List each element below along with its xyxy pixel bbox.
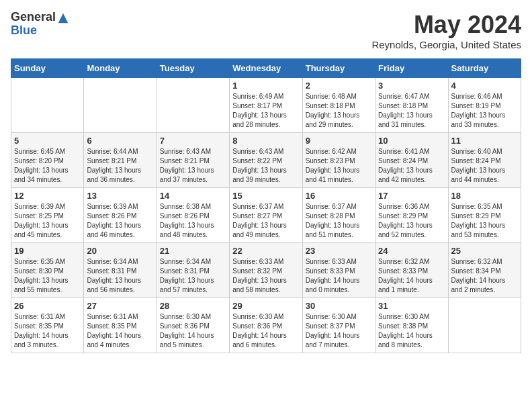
day-cell: 17Sunrise: 6:36 AM Sunset: 8:29 PM Dayli… bbox=[375, 188, 448, 243]
day-number: 21 bbox=[160, 246, 226, 256]
header-day-thursday: Thursday bbox=[302, 59, 375, 78]
day-info: Sunrise: 6:30 AM Sunset: 8:36 PM Dayligh… bbox=[232, 312, 299, 350]
day-cell: 7Sunrise: 6:43 AM Sunset: 8:21 PM Daylig… bbox=[157, 133, 229, 188]
day-info: Sunrise: 6:38 AM Sunset: 8:26 PM Dayligh… bbox=[160, 202, 226, 240]
day-info: Sunrise: 6:40 AM Sunset: 8:24 PM Dayligh… bbox=[451, 147, 518, 185]
day-cell: 30Sunrise: 6:30 AM Sunset: 8:37 PM Dayli… bbox=[302, 298, 375, 353]
day-cell: 15Sunrise: 6:37 AM Sunset: 8:27 PM Dayli… bbox=[230, 188, 302, 243]
header-day-wednesday: Wednesday bbox=[230, 59, 302, 78]
main-title: May 2024 bbox=[371, 11, 521, 39]
day-number: 9 bbox=[306, 136, 372, 146]
day-number: 2 bbox=[306, 81, 372, 91]
day-cell: 24Sunrise: 6:32 AM Sunset: 8:33 PM Dayli… bbox=[375, 243, 448, 298]
logo-blue: Blue bbox=[11, 24, 69, 38]
header-day-friday: Friday bbox=[375, 59, 448, 78]
day-cell: 29Sunrise: 6:30 AM Sunset: 8:36 PM Dayli… bbox=[230, 298, 302, 353]
day-number: 16 bbox=[306, 191, 372, 201]
header-day-tuesday: Tuesday bbox=[157, 59, 229, 78]
day-number: 7 bbox=[160, 136, 226, 146]
logo-general: General bbox=[11, 11, 56, 24]
day-cell: 27Sunrise: 6:31 AM Sunset: 8:35 PM Dayli… bbox=[84, 298, 157, 353]
logo-text: General Blue bbox=[11, 11, 69, 38]
week-row-3: 12Sunrise: 6:39 AM Sunset: 8:25 PM Dayli… bbox=[11, 188, 521, 243]
day-cell: 26Sunrise: 6:31 AM Sunset: 8:35 PM Dayli… bbox=[11, 298, 84, 353]
logo: General Blue bbox=[11, 11, 69, 38]
day-cell: 4Sunrise: 6:46 AM Sunset: 8:19 PM Daylig… bbox=[448, 78, 521, 133]
day-number: 10 bbox=[378, 136, 445, 146]
day-cell: 22Sunrise: 6:33 AM Sunset: 8:32 PM Dayli… bbox=[230, 243, 302, 298]
title-block: May 2024 Reynolds, Georgia, United State… bbox=[371, 11, 521, 50]
day-cell: 25Sunrise: 6:32 AM Sunset: 8:34 PM Dayli… bbox=[448, 243, 521, 298]
day-cell: 16Sunrise: 6:37 AM Sunset: 8:28 PM Dayli… bbox=[302, 188, 375, 243]
day-cell bbox=[157, 78, 229, 133]
day-cell: 6Sunrise: 6:44 AM Sunset: 8:21 PM Daylig… bbox=[84, 133, 157, 188]
day-number: 3 bbox=[378, 81, 445, 91]
day-number: 12 bbox=[14, 191, 81, 201]
subtitle: Reynolds, Georgia, United States bbox=[371, 39, 521, 50]
day-info: Sunrise: 6:33 AM Sunset: 8:33 PM Dayligh… bbox=[306, 257, 372, 295]
day-number: 15 bbox=[232, 191, 299, 201]
day-info: Sunrise: 6:35 AM Sunset: 8:30 PM Dayligh… bbox=[14, 257, 81, 295]
day-info: Sunrise: 6:47 AM Sunset: 8:18 PM Dayligh… bbox=[378, 92, 445, 130]
day-info: Sunrise: 6:43 AM Sunset: 8:21 PM Dayligh… bbox=[160, 147, 226, 185]
day-number: 8 bbox=[232, 136, 299, 146]
page-header: General Blue May 2024 Reynolds, Georgia,… bbox=[11, 11, 521, 50]
day-cell: 12Sunrise: 6:39 AM Sunset: 8:25 PM Dayli… bbox=[11, 188, 84, 243]
day-number: 20 bbox=[87, 246, 153, 256]
day-info: Sunrise: 6:32 AM Sunset: 8:33 PM Dayligh… bbox=[378, 257, 445, 295]
day-cell: 5Sunrise: 6:45 AM Sunset: 8:20 PM Daylig… bbox=[11, 133, 84, 188]
header-row: SundayMondayTuesdayWednesdayThursdayFrid… bbox=[11, 59, 521, 78]
day-cell: 28Sunrise: 6:30 AM Sunset: 8:36 PM Dayli… bbox=[157, 298, 229, 353]
day-number: 18 bbox=[451, 191, 518, 201]
day-number: 17 bbox=[378, 191, 445, 201]
day-info: Sunrise: 6:36 AM Sunset: 8:29 PM Dayligh… bbox=[378, 202, 445, 240]
day-number: 31 bbox=[378, 301, 445, 311]
day-number: 5 bbox=[14, 136, 81, 146]
day-info: Sunrise: 6:30 AM Sunset: 8:37 PM Dayligh… bbox=[306, 312, 372, 350]
header-day-monday: Monday bbox=[84, 59, 157, 78]
day-info: Sunrise: 6:42 AM Sunset: 8:23 PM Dayligh… bbox=[306, 147, 372, 185]
week-row-4: 19Sunrise: 6:35 AM Sunset: 8:30 PM Dayli… bbox=[11, 243, 521, 298]
day-info: Sunrise: 6:41 AM Sunset: 8:24 PM Dayligh… bbox=[378, 147, 445, 185]
day-cell: 18Sunrise: 6:35 AM Sunset: 8:29 PM Dayli… bbox=[448, 188, 521, 243]
day-number: 26 bbox=[14, 301, 81, 311]
day-number: 13 bbox=[87, 191, 153, 201]
header-day-sunday: Sunday bbox=[11, 59, 84, 78]
day-cell: 21Sunrise: 6:34 AM Sunset: 8:31 PM Dayli… bbox=[157, 243, 229, 298]
day-info: Sunrise: 6:30 AM Sunset: 8:38 PM Dayligh… bbox=[378, 312, 445, 350]
day-cell: 13Sunrise: 6:39 AM Sunset: 8:26 PM Dayli… bbox=[84, 188, 157, 243]
day-info: Sunrise: 6:45 AM Sunset: 8:20 PM Dayligh… bbox=[14, 147, 81, 185]
day-number: 24 bbox=[378, 246, 445, 256]
day-number: 27 bbox=[87, 301, 153, 311]
day-number: 22 bbox=[232, 246, 299, 256]
calendar-table: SundayMondayTuesdayWednesdayThursdayFrid… bbox=[11, 58, 521, 353]
day-cell: 1Sunrise: 6:49 AM Sunset: 8:17 PM Daylig… bbox=[230, 78, 302, 133]
day-cell: 11Sunrise: 6:40 AM Sunset: 8:24 PM Dayli… bbox=[448, 133, 521, 188]
week-row-2: 5Sunrise: 6:45 AM Sunset: 8:20 PM Daylig… bbox=[11, 133, 521, 188]
svg-marker-0 bbox=[58, 13, 68, 23]
day-number: 4 bbox=[451, 81, 518, 91]
day-cell: 3Sunrise: 6:47 AM Sunset: 8:18 PM Daylig… bbox=[375, 78, 448, 133]
day-info: Sunrise: 6:34 AM Sunset: 8:31 PM Dayligh… bbox=[87, 257, 153, 295]
day-cell bbox=[11, 78, 84, 133]
day-info: Sunrise: 6:46 AM Sunset: 8:19 PM Dayligh… bbox=[451, 92, 518, 130]
day-info: Sunrise: 6:32 AM Sunset: 8:34 PM Dayligh… bbox=[451, 257, 518, 295]
day-info: Sunrise: 6:35 AM Sunset: 8:29 PM Dayligh… bbox=[451, 202, 518, 240]
day-cell: 14Sunrise: 6:38 AM Sunset: 8:26 PM Dayli… bbox=[157, 188, 229, 243]
day-cell: 8Sunrise: 6:43 AM Sunset: 8:22 PM Daylig… bbox=[230, 133, 302, 188]
day-info: Sunrise: 6:49 AM Sunset: 8:17 PM Dayligh… bbox=[232, 92, 299, 130]
day-cell: 20Sunrise: 6:34 AM Sunset: 8:31 PM Dayli… bbox=[84, 243, 157, 298]
day-number: 14 bbox=[160, 191, 226, 201]
day-info: Sunrise: 6:39 AM Sunset: 8:26 PM Dayligh… bbox=[87, 202, 153, 240]
day-number: 1 bbox=[232, 81, 299, 91]
day-number: 19 bbox=[14, 246, 81, 256]
day-number: 29 bbox=[232, 301, 299, 311]
day-number: 6 bbox=[87, 136, 153, 146]
day-number: 25 bbox=[451, 246, 518, 256]
week-row-5: 26Sunrise: 6:31 AM Sunset: 8:35 PM Dayli… bbox=[11, 298, 521, 353]
day-info: Sunrise: 6:37 AM Sunset: 8:27 PM Dayligh… bbox=[232, 202, 299, 240]
day-info: Sunrise: 6:30 AM Sunset: 8:36 PM Dayligh… bbox=[160, 312, 226, 350]
day-number: 11 bbox=[451, 136, 518, 146]
day-cell: 19Sunrise: 6:35 AM Sunset: 8:30 PM Dayli… bbox=[11, 243, 84, 298]
day-info: Sunrise: 6:37 AM Sunset: 8:28 PM Dayligh… bbox=[306, 202, 372, 240]
